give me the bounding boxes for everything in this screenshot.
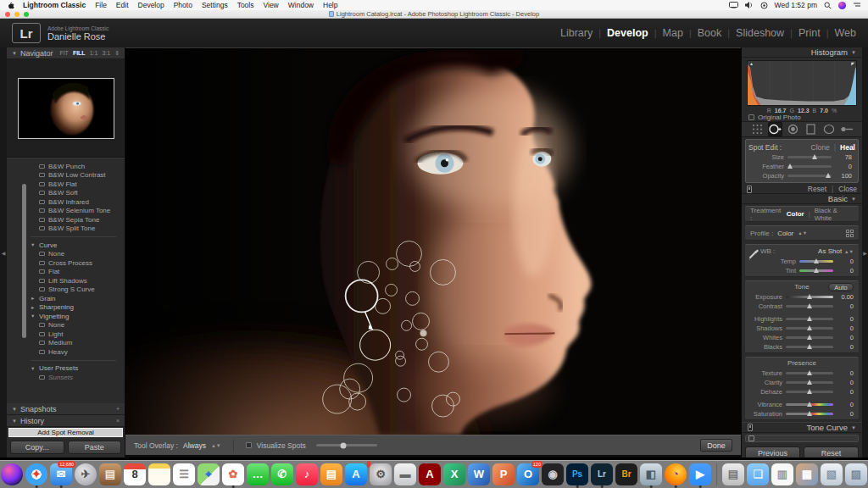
done-button[interactable]: Done — [700, 439, 732, 452]
slider-thumb[interactable] — [807, 402, 812, 407]
slider-track[interactable] — [786, 391, 833, 393]
red-eye-tool-icon[interactable] — [786, 122, 800, 136]
slider-track[interactable] — [787, 175, 832, 177]
dock-calendar-icon[interactable]: 8 — [124, 463, 146, 485]
module-tab-web[interactable]: Web — [835, 27, 856, 39]
menu-edit[interactable]: Edit — [116, 1, 129, 9]
dock-printer-icon[interactable]: ▬ — [394, 463, 416, 485]
slider-track[interactable] — [786, 403, 833, 406]
presets-scrollbar[interactable] — [22, 184, 26, 338]
wb-value[interactable]: As Shot — [818, 247, 842, 255]
treatment-color-button[interactable]: Color — [787, 210, 804, 218]
white-balance-dropper-icon[interactable] — [747, 246, 760, 268]
graduated-filter-tool-icon[interactable] — [804, 122, 818, 136]
dock-siri-icon[interactable] — [1, 463, 23, 485]
navigator-zoom-fit[interactable]: FIT — [59, 50, 69, 57]
slider-thumb[interactable] — [814, 258, 819, 263]
dock-books-icon[interactable]: ▤ — [320, 463, 342, 485]
basic-panel-header[interactable]: Basic ▼ — [742, 194, 862, 204]
dock-maps-icon[interactable]: ⌖ — [198, 463, 220, 485]
dock-outlook-icon[interactable]: O120 — [517, 463, 539, 485]
auto-tone-button[interactable]: Auto — [828, 283, 854, 291]
slider-thumb[interactable] — [807, 325, 812, 330]
radial-filter-tool-icon[interactable] — [821, 122, 836, 136]
clear-history-button[interactable]: × — [116, 418, 120, 424]
dock-firefox-icon[interactable]: ◔ — [665, 463, 687, 485]
screen-mirroring-icon[interactable] — [729, 2, 738, 8]
left-panel-collapse-arrow[interactable]: ◀ — [0, 47, 7, 458]
slider-knob[interactable] — [341, 442, 347, 448]
dock-excel-icon[interactable]: X — [443, 463, 465, 485]
histogram-header[interactable]: Histogram ▼ — [742, 47, 862, 58]
dock-powerpoint-icon[interactable]: P — [492, 463, 515, 485]
highlight-clipping-icon[interactable]: ◤ — [851, 62, 854, 66]
module-tab-slideshow[interactable]: Slideshow — [736, 27, 784, 39]
slider-track[interactable] — [799, 260, 833, 263]
crop-overlay-tool-icon[interactable] — [750, 122, 765, 136]
tone-curve-header[interactable]: Tone Curve ▼ — [742, 422, 862, 433]
slider-thumb[interactable] — [807, 335, 812, 340]
slider-thumb[interactable] — [807, 411, 812, 416]
slider-track[interactable] — [787, 156, 832, 158]
panel-toggle-switch-icon[interactable] — [748, 424, 753, 431]
dock-reminders-icon[interactable]: ☰ — [173, 463, 195, 485]
module-tab-library[interactable]: Library — [560, 27, 593, 39]
dock-document-stack-icon[interactable]: ▥ — [771, 463, 793, 485]
minimize-window-button[interactable] — [14, 12, 19, 17]
dock-archive-utility-icon[interactable]: ▤ — [722, 463, 744, 485]
heal-mode-button[interactable]: Heal — [840, 143, 855, 152]
dock-word-icon[interactable]: W — [468, 463, 490, 485]
dock-settings-icon[interactable]: ⚙ — [370, 463, 392, 485]
menu-help[interactable]: Help — [323, 1, 337, 9]
navigator-preview[interactable] — [7, 59, 125, 158]
slider-track[interactable] — [786, 413, 833, 415]
panel-toggle-switch-icon[interactable] — [747, 186, 752, 193]
dock-acrobat-icon[interactable]: A — [419, 463, 441, 485]
volume-icon[interactable] — [745, 2, 754, 8]
slider-track[interactable] — [787, 165, 832, 168]
spot-close-button[interactable]: Close — [838, 185, 857, 193]
menu-settings[interactable]: Settings — [202, 1, 228, 9]
dock-launchpad-icon[interactable]: ✈ — [75, 463, 97, 485]
slider-thumb[interactable] — [807, 380, 812, 385]
previous-button[interactable]: Previous — [745, 446, 800, 458]
dock-safari-icon[interactable]: ✦ — [25, 463, 47, 485]
preset-item[interactable]: Sunsets — [7, 373, 125, 382]
slider-thumb[interactable] — [807, 370, 812, 375]
slider-track[interactable] — [786, 346, 833, 348]
menu-clock[interactable]: Wed 1:52 pm — [775, 1, 817, 9]
navigator-header[interactable]: ▼ Navigator FITFILL1:13:1⇕ — [7, 47, 125, 59]
preset-item[interactable]: Medium — [7, 339, 125, 348]
preset-group-user-presets[interactable]: ▼User Presets — [7, 364, 125, 374]
dock-mail-icon[interactable]: ✉12,680 — [50, 463, 72, 485]
adjustment-brush-tool-icon[interactable] — [839, 122, 854, 136]
history-step-active[interactable]: Add Spot Removal — [8, 428, 123, 437]
menu-view[interactable]: View — [263, 1, 278, 9]
shadow-clipping-icon[interactable]: ▲ — [749, 62, 754, 66]
dock-photos-icon[interactable]: ✿ — [222, 463, 244, 485]
dock-lightroom-icon[interactable]: Lr — [591, 463, 613, 485]
spot-marker-dot[interactable] — [420, 330, 427, 336]
slider-track[interactable] — [786, 372, 833, 374]
history-header[interactable]: ▼ History × — [7, 415, 125, 427]
dock-downloads-folder-icon[interactable]: ❏ — [747, 463, 769, 485]
profile-browser-icon[interactable] — [846, 230, 854, 237]
dock-music-icon[interactable]: ♪ — [296, 463, 318, 485]
slider-track[interactable] — [786, 327, 833, 330]
slider-thumb[interactable] — [826, 173, 831, 178]
original-photo-checkbox[interactable] — [748, 114, 754, 120]
dock-facetime-icon[interactable]: ✆ — [271, 463, 293, 485]
profile-value[interactable]: Color — [777, 230, 793, 237]
treatment-bw-button[interactable]: Black & White — [815, 207, 854, 222]
dock-screenshot-window-icon[interactable]: ▧ — [821, 463, 843, 485]
photo-canvas[interactable] — [125, 47, 741, 435]
preset-item[interactable]: B&W Punch — [7, 162, 125, 171]
dock-photo-stack-icon[interactable]: ▦ — [796, 463, 818, 485]
dock-photo-booth-icon[interactable]: ◉ — [542, 463, 564, 485]
histogram-display[interactable]: ▲ ◤ — [747, 60, 857, 106]
dock-preview-icon[interactable]: ◧ — [640, 463, 662, 485]
wb-dropdown-icon[interactable]: ▲▼ — [844, 249, 854, 254]
menu-app-name[interactable]: Lightroom Classic — [23, 1, 86, 9]
targeted-adjustment-icon[interactable] — [748, 435, 754, 441]
slider-thumb[interactable] — [807, 344, 812, 349]
